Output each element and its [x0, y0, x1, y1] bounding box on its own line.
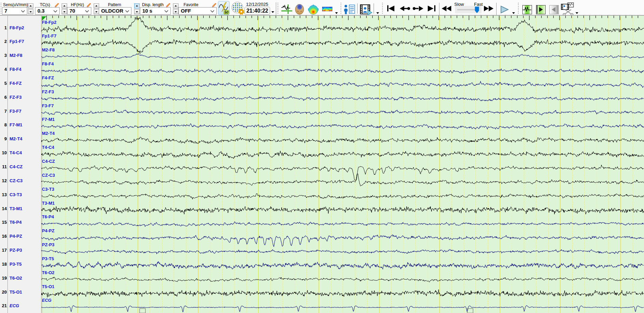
- svg-text:50: 50: [224, 10, 229, 14]
